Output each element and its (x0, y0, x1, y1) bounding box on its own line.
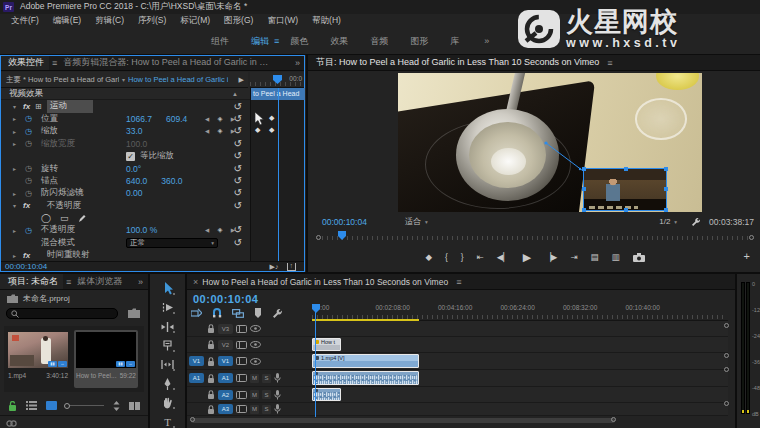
clip-1.mp4 [V][interactable]: 1.mp4 [V] (312, 354, 419, 368)
stopwatch-icon[interactable]: ◷ (25, 114, 32, 123)
track-lane-V3[interactable] (310, 321, 728, 337)
menu-item-4[interactable]: 标记(M) (173, 15, 217, 27)
workspace-tab-库[interactable]: 库 (439, 35, 470, 48)
fx-icon[interactable]: fx (23, 201, 30, 210)
track-lock[interactable] (207, 324, 215, 333)
transform-handle[interactable] (664, 167, 668, 171)
track-badge-icon[interactable] (236, 405, 247, 413)
toggle-track-output-icon[interactable] (250, 341, 261, 348)
hand-tool[interactable] (160, 397, 175, 410)
track-badge[interactable] (236, 391, 247, 399)
pen-mask-icon[interactable] (78, 214, 86, 223)
track-badge[interactable] (236, 325, 247, 333)
track-lane-A2[interactable] (310, 387, 728, 403)
add-keyframe-icon[interactable]: ◈ (218, 127, 223, 135)
workspace-tab-音频[interactable]: 音频 (359, 35, 399, 48)
scroll-handle-left[interactable] (190, 417, 195, 422)
stopwatch-icon[interactable]: ◷ (25, 189, 32, 198)
track-lock-icon[interactable] (207, 405, 215, 414)
track-badge-icon[interactable] (236, 357, 247, 365)
tab-effect-controls[interactable]: 效果控件 (0, 55, 49, 71)
menu-item-6[interactable]: 窗口(W) (260, 15, 305, 27)
sort-icon[interactable] (113, 401, 120, 411)
snap-icon[interactable] (212, 308, 222, 318)
workspace-tab-颜色[interactable]: 颜色 (279, 35, 319, 48)
expand-chevron-icon[interactable]: ▸ (13, 140, 21, 147)
ec-row-缩放[interactable]: ▸◷缩放33.0◀◈▶↺ (1, 125, 250, 137)
param-value[interactable]: 100.0 (126, 139, 147, 149)
playback-resolution-dropdown[interactable]: 1/2▾ (659, 217, 677, 226)
ec-master-clip-label[interactable]: 主要 * How to Peel a Head of Garli... (1, 75, 119, 85)
solo-button-A2[interactable]: S (262, 390, 271, 399)
track-lock[interactable] (207, 390, 215, 399)
menu-item-3[interactable]: 序列(S) (131, 15, 173, 27)
param-label[interactable]: 时间重映射 (47, 249, 90, 261)
expand-chevron-icon[interactable]: ▸ (13, 227, 21, 234)
target-patch-A3[interactable]: A3 (218, 404, 233, 414)
play-audio-icon[interactable]: ▶♪ (270, 263, 279, 271)
source-patch-A2[interactable] (189, 390, 204, 400)
transform-handle[interactable] (664, 208, 668, 212)
rect-mask-icon[interactable]: ▭ (60, 213, 69, 223)
stopwatch-icon[interactable]: ◷ (25, 164, 32, 173)
mute-button-A1[interactable]: M (250, 374, 259, 383)
expand-chevron-icon[interactable]: ▸ (13, 165, 21, 172)
clip-A1[interactable] (312, 371, 419, 385)
tab-overflow-icon[interactable]: » (290, 58, 305, 68)
expand-chevron-icon[interactable]: ▸ (13, 115, 21, 122)
menu-item-7[interactable]: 帮助(H) (305, 15, 348, 27)
workspace-tab-组件[interactable]: 组件 (200, 35, 240, 48)
settings-wrench-icon[interactable] (691, 217, 701, 227)
workspace-overflow-icon[interactable]: » (484, 36, 489, 46)
source-patch-V1[interactable]: V1 (189, 356, 204, 366)
mark-in-button[interactable]: { (445, 252, 448, 262)
transform-handle[interactable] (582, 208, 586, 212)
button-editor-plus[interactable]: + (744, 250, 750, 262)
track-eye[interactable] (250, 325, 261, 332)
fx-icon[interactable]: fx (23, 102, 30, 111)
razor-tool[interactable] (160, 340, 175, 353)
project-file-name[interactable]: 未命名.prproj (23, 293, 70, 304)
tab-project[interactable]: 项目: 未命名 (0, 274, 63, 290)
reset-parameter-icon[interactable]: ↺ (234, 126, 242, 136)
reset-parameter-icon[interactable]: ↺ (234, 201, 242, 211)
ec-row-混合模式[interactable]: 混合模式正常▾↺ (1, 237, 250, 249)
type-tool[interactable]: T (160, 416, 175, 428)
add-marker-button[interactable]: ◆ (425, 252, 432, 262)
ec-row-不透明度[interactable]: ▸◷不透明度100.0 %◀◈▶↺ (1, 224, 250, 236)
track-lock-icon[interactable] (207, 340, 215, 349)
mute-button-A3[interactable]: M (250, 405, 259, 414)
toggle-track-output-icon[interactable] (250, 325, 261, 332)
go-to-out-button[interactable]: ⇥ (570, 252, 577, 262)
reset-parameter-icon[interactable]: ↺ (234, 188, 242, 198)
param-label[interactable]: 锚点 (41, 175, 58, 187)
mark-out-button[interactable]: } (461, 252, 464, 262)
transform-handle[interactable] (624, 167, 628, 171)
uniform-scale-checkbox[interactable]: ✓ (126, 152, 135, 161)
folder-up-icon[interactable] (7, 294, 18, 303)
tab-media-browser[interactable]: 媒体浏览器 (71, 275, 128, 288)
reset-parameter-icon[interactable]: ↺ (234, 176, 242, 186)
ellipse-mask-icon[interactable]: ◯ (41, 213, 51, 223)
stopwatch-icon[interactable]: ◷ (25, 139, 32, 148)
track-lane-V2[interactable]: How t (310, 337, 728, 353)
reset-parameter-icon[interactable]: ↺ (234, 151, 242, 161)
track-badge[interactable] (236, 341, 247, 349)
stopwatch-icon[interactable]: ◷ (25, 226, 32, 235)
prev-keyframe-icon[interactable]: ◀ (205, 116, 209, 122)
transform-handle[interactable] (664, 187, 668, 191)
new-bin-icon[interactable] (129, 401, 140, 410)
source-patch-A3[interactable] (189, 404, 204, 414)
icon-view-icon[interactable] (46, 401, 57, 410)
keyframe-icon[interactable]: ◆ (255, 126, 260, 134)
ec-row-时间重映射[interactable]: ▸fx时间重映射 (1, 249, 250, 261)
mic-button[interactable] (274, 390, 281, 400)
reset-parameter-icon[interactable]: ↺ (234, 102, 242, 112)
chevron-down-icon[interactable]: ▾ (119, 76, 128, 83)
param-value[interactable]: 33.0 (126, 126, 143, 136)
ec-row-不透明度[interactable]: ▾fx不透明度↺ (1, 200, 250, 212)
add-keyframe-icon[interactable]: ◈ (218, 226, 223, 234)
ec-row-masks[interactable]: ◯▭ (1, 212, 250, 224)
scroll-handle-right[interactable] (611, 417, 616, 422)
param-label[interactable]: 缩放 (41, 125, 58, 137)
